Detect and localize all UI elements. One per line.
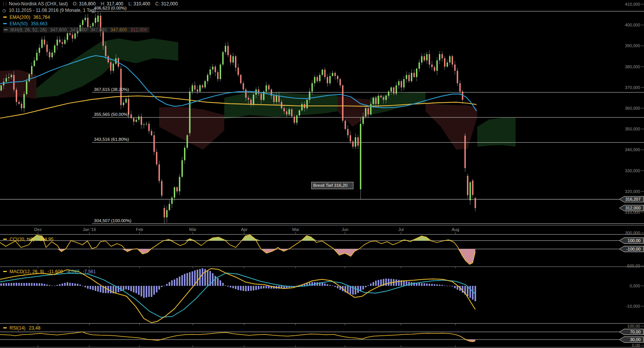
- fib-level-label[interactable]: 355,565 (50.00%): [94, 112, 129, 117]
- legend-macd[interactable]: MACD(12, 26, 9) -11,609 -4,047 -7,561: [3, 269, 96, 274]
- macd-histogram-bar: [77, 284, 79, 286]
- legend-ikh[interactable]: IKH(9, 26, 52, 26) 347,600 347,600 347,6…: [3, 27, 150, 33]
- candle-body: [424, 56, 425, 61]
- macd-histogram-bar: [189, 272, 191, 286]
- candle-body: [95, 18, 96, 23]
- candle-body: [332, 73, 334, 76]
- legend-rsi[interactable]: RSI(14) 23,48: [3, 325, 40, 331]
- candle-body: [212, 67, 214, 70]
- candle-body: [352, 142, 354, 147]
- macd-histogram-bar: [46, 285, 48, 286]
- candle-body: [151, 131, 153, 135]
- fib-level-label[interactable]: 343,516 (61.80%): [94, 137, 129, 142]
- candle-body: [8, 77, 10, 78]
- macd-histogram-bar: [327, 284, 328, 286]
- candle-body: [220, 64, 221, 79]
- candle-body: [123, 102, 124, 105]
- candle-body: [398, 81, 400, 86]
- trading-chart-window: DezJan '16FebMärAprMaiJunJulAug410,00040…: [0, 0, 644, 348]
- candle-body: [238, 68, 239, 75]
- candle-body: [250, 100, 252, 104]
- macd-label: MACD(12, 26, 9): [10, 269, 44, 274]
- candle-body: [383, 97, 384, 100]
- candle-body: [347, 129, 349, 135]
- candle-body: [291, 109, 292, 117]
- macd-histogram-bar: [431, 284, 433, 286]
- macd-histogram-bar: [41, 283, 43, 286]
- macd-histogram-bar: [365, 286, 366, 287]
- candle-body: [159, 164, 160, 181]
- month-label: Mai: [292, 227, 299, 232]
- fib-level-label[interactable]: 367,615 (38.20%): [94, 87, 129, 92]
- macd-histogram-bar: [33, 283, 35, 286]
- candle-body: [179, 177, 181, 191]
- date-range-row: ◷ 10.11.2015 - 11.08.2016 (9 Monate, 1 T…: [2, 8, 96, 13]
- annotation-box[interactable]: Brexit Tief 316,20: [311, 182, 353, 189]
- candle-body: [189, 92, 191, 133]
- price-axis-label: 320,000: [625, 189, 640, 194]
- legend-ema50[interactable]: EMA(50) 358,663: [3, 21, 48, 26]
- macd-hist-value: -7,561: [83, 269, 96, 274]
- macd-histogram-bar: [362, 286, 364, 290]
- macd-histogram-bar: [56, 285, 58, 286]
- candle-body: [108, 56, 109, 63]
- candle-body: [217, 72, 219, 79]
- macd-histogram-bar: [67, 282, 68, 286]
- macd-histogram-bar: [243, 286, 244, 291]
- candle-body: [110, 62, 112, 71]
- macd-histogram-bar: [444, 285, 445, 286]
- candle-body: [419, 63, 420, 69]
- ema50-swatch-icon: [3, 23, 7, 24]
- candle-body: [273, 96, 275, 102]
- macd-histogram-bar: [398, 280, 399, 286]
- fib-level-label[interactable]: 406,623 (0.00%): [94, 6, 127, 10]
- macd-histogram-bar: [202, 268, 203, 286]
- macd-histogram-bar: [59, 284, 61, 286]
- candle-body: [26, 81, 28, 94]
- macd-histogram-bar: [370, 284, 371, 286]
- macd-histogram-bar: [92, 286, 94, 290]
- ikh-value: 347,600: [70, 27, 87, 33]
- low-value: 310,400: [133, 1, 150, 7]
- macd-histogram-bar: [217, 278, 219, 286]
- ema200-value: 361,764: [33, 15, 50, 20]
- macd-histogram-bar: [253, 286, 254, 290]
- macd-histogram-bar: [232, 286, 234, 288]
- chart-canvas[interactable]: DezJan '16FebMärAprMaiJunJulAug410,00040…: [0, 0, 644, 348]
- macd-histogram-bar: [436, 284, 438, 286]
- macd-histogram-bar: [90, 286, 91, 289]
- cci-swatch-icon: [3, 239, 7, 240]
- macd-value: -11,609: [48, 269, 63, 274]
- price-axis-label: 390,000: [625, 43, 640, 48]
- candle-body: [102, 31, 104, 46]
- macd-histogram-bar: [74, 284, 76, 286]
- macd-histogram-bar: [447, 286, 448, 286]
- candle-body: [391, 87, 392, 92]
- price-axis-label: 380,000: [625, 64, 640, 69]
- month-label: Apr: [241, 227, 247, 232]
- candle-body: [169, 204, 170, 210]
- macd-histogram-bar: [368, 285, 369, 286]
- ema200-label: EMA(200): [10, 15, 30, 20]
- macd-histogram-bar: [3, 283, 5, 286]
- candle-body: [467, 176, 468, 195]
- macd-histogram-bar: [64, 283, 66, 286]
- legend-ema200[interactable]: EMA(200) 361,764: [3, 14, 50, 20]
- candle-body: [222, 52, 224, 65]
- candle-body: [465, 136, 466, 168]
- macd-histogram-bar: [426, 284, 428, 286]
- axis-price-tag-label: -100,00: [626, 247, 641, 251]
- candle-body: [360, 124, 361, 190]
- legend-cci[interactable]: CCI(20, hl2) -164,95: [3, 236, 53, 242]
- candle-body: [457, 71, 458, 83]
- macd-histogram-bar: [240, 286, 242, 290]
- candle-body: [301, 104, 303, 110]
- macd-histogram-bar: [100, 286, 101, 292]
- macd-histogram-bar: [26, 283, 28, 286]
- fib-level-label[interactable]: 304,507 (100.00%): [94, 218, 131, 223]
- candle-body: [299, 110, 300, 115]
- macd-histogram-bar: [138, 286, 140, 295]
- candle-body: [403, 79, 405, 87]
- candle-body: [357, 137, 359, 146]
- candle-body: [164, 208, 165, 217]
